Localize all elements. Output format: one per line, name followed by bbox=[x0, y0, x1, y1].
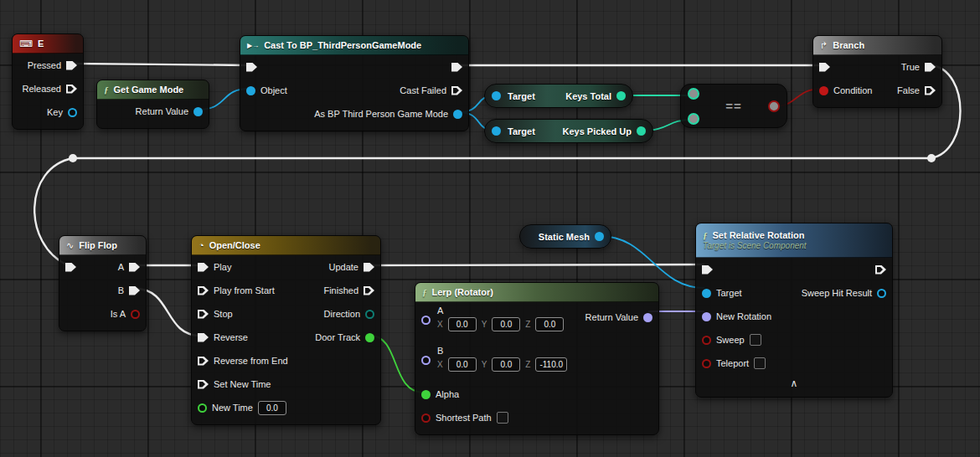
pin-label: Released bbox=[23, 84, 61, 94]
pin-label: New Rotation bbox=[716, 311, 771, 321]
equals-input-b-pin[interactable] bbox=[688, 113, 699, 125]
node-title: Lerp (Rotator) bbox=[432, 287, 493, 297]
b-z-field[interactable]: -110.0 bbox=[535, 357, 567, 372]
pin-label: Play from Start bbox=[214, 285, 275, 295]
sweep-checkbox[interactable] bbox=[750, 334, 761, 346]
node-timeline-open-close[interactable]: ◔ Open/Close Play Update Play from Start… bbox=[191, 235, 381, 425]
static-mesh-out-pin[interactable] bbox=[595, 232, 604, 241]
update-exec-pin[interactable] bbox=[364, 263, 374, 272]
a-exec-pin[interactable] bbox=[129, 263, 140, 272]
pin-label: Reverse bbox=[214, 332, 248, 342]
keys-picked-up-out-pin[interactable] bbox=[637, 126, 646, 136]
exec-in-pin[interactable] bbox=[65, 263, 76, 272]
pin-label: Reverse from End bbox=[214, 356, 288, 366]
finished-exec-pin[interactable] bbox=[364, 286, 374, 295]
reroute-node-right[interactable] bbox=[927, 154, 936, 162]
teleport-checkbox[interactable] bbox=[754, 357, 766, 369]
exec-out-pin[interactable] bbox=[451, 63, 462, 72]
blueprint-canvas[interactable]: ⌨ E Pressed Released Key ƒ Get Game Mode… bbox=[0, 0, 980, 457]
return-value-pin[interactable] bbox=[643, 313, 652, 322]
variable-label: Keys Picked Up bbox=[562, 126, 632, 136]
alpha-pin[interactable] bbox=[421, 390, 431, 399]
door-track-pin[interactable] bbox=[365, 333, 374, 342]
pin-label: Object bbox=[260, 85, 287, 95]
node-equals[interactable]: == bbox=[680, 84, 787, 128]
function-icon: ƒ bbox=[703, 230, 708, 241]
sweep-hit-result-pin[interactable] bbox=[877, 289, 886, 298]
is-a-pin[interactable] bbox=[131, 310, 140, 319]
clock-icon: ◔ bbox=[199, 240, 204, 250]
shortest-path-checkbox[interactable] bbox=[497, 412, 508, 424]
stop-exec-pin[interactable] bbox=[198, 310, 209, 319]
target-pin[interactable] bbox=[492, 91, 501, 100]
keys-total-out-pin[interactable] bbox=[616, 91, 626, 100]
exec-in-pin[interactable] bbox=[702, 265, 713, 275]
false-exec-pin[interactable] bbox=[925, 86, 936, 95]
b-pin[interactable] bbox=[421, 356, 431, 365]
key-pin[interactable] bbox=[68, 108, 77, 117]
axis-label: Y bbox=[482, 360, 487, 369]
node-title: E bbox=[38, 39, 44, 49]
node-event-e[interactable]: ⌨ E Pressed Released Key bbox=[12, 33, 84, 130]
node-get-keys-picked-up[interactable]: Target Keys Picked Up bbox=[484, 119, 653, 143]
cast-failed-pin[interactable] bbox=[451, 86, 462, 95]
cast-icon: ▶→ bbox=[247, 42, 259, 49]
equals-output-pin[interactable] bbox=[768, 100, 780, 112]
axis-label: Y bbox=[482, 320, 487, 329]
teleport-pin[interactable] bbox=[702, 359, 711, 368]
as-game-mode-pin[interactable] bbox=[453, 110, 462, 119]
node-title: Open/Close bbox=[209, 240, 260, 250]
node-flip-flop[interactable]: ∿ Flip Flop A B Is A bbox=[59, 235, 147, 331]
node-get-keys-total[interactable]: Target Keys Total bbox=[484, 84, 633, 108]
node-title: Cast To BP_ThirdPersonGameMode bbox=[264, 40, 421, 50]
pin-label: Stop bbox=[214, 309, 233, 319]
pin-label: Sweep bbox=[716, 335, 745, 345]
branch-icon: ↱ bbox=[820, 40, 828, 51]
shortest-path-pin[interactable] bbox=[421, 413, 431, 423]
target-pin[interactable] bbox=[702, 289, 711, 298]
a-y-field[interactable]: 0.0 bbox=[492, 317, 520, 331]
reverse-from-end-exec-pin[interactable] bbox=[198, 357, 209, 366]
a-z-field[interactable]: 0.0 bbox=[535, 317, 564, 331]
reverse-exec-pin[interactable] bbox=[198, 333, 209, 342]
pressed-exec-pin[interactable] bbox=[66, 61, 77, 70]
wire-exec-pressed-cast[interactable] bbox=[73, 64, 249, 65]
play-from-start-exec-pin[interactable] bbox=[198, 286, 209, 295]
a-x-field[interactable]: 0.0 bbox=[448, 317, 477, 331]
sweep-pin[interactable] bbox=[702, 336, 711, 345]
new-time-pin[interactable] bbox=[198, 403, 207, 413]
node-cast[interactable]: ▶→ Cast To BP_ThirdPersonGameMode Object… bbox=[240, 35, 469, 131]
exec-in-pin[interactable] bbox=[246, 63, 257, 72]
target-pin[interactable] bbox=[492, 126, 501, 136]
reroute-node-left[interactable] bbox=[69, 154, 77, 162]
function-icon: ƒ bbox=[104, 85, 109, 95]
new-rotation-pin[interactable] bbox=[702, 312, 711, 321]
play-exec-pin[interactable] bbox=[198, 263, 209, 272]
node-title: Flip Flop bbox=[79, 240, 117, 250]
a-pin[interactable] bbox=[421, 316, 431, 325]
collapse-chevron[interactable]: ∧ bbox=[696, 375, 892, 392]
object-pin[interactable] bbox=[246, 86, 255, 95]
b-x-field[interactable]: 0.0 bbox=[448, 357, 477, 372]
pin-label: Target bbox=[508, 91, 535, 101]
new-time-value-field[interactable]: 0.0 bbox=[258, 401, 286, 415]
condition-pin[interactable] bbox=[819, 86, 828, 95]
equals-symbol: == bbox=[725, 99, 742, 113]
node-lerp-rotator[interactable]: ƒ Lerp (Rotator) A X0.0 Y0.0 Z0.0 Return… bbox=[415, 282, 659, 435]
b-y-field[interactable]: 0.0 bbox=[492, 357, 520, 372]
exec-out-pin[interactable] bbox=[875, 265, 886, 275]
pin-label: A bbox=[118, 262, 124, 272]
true-exec-pin[interactable] bbox=[925, 63, 936, 72]
return-value-pin[interactable] bbox=[193, 107, 203, 116]
b-exec-pin[interactable] bbox=[129, 286, 140, 295]
node-branch[interactable]: ↱ Branch True Condition False bbox=[812, 35, 942, 108]
wire-staticmesh-target[interactable] bbox=[600, 236, 704, 288]
node-get-game-mode[interactable]: ƒ Get Game Mode Return Value bbox=[96, 80, 209, 129]
exec-in-pin[interactable] bbox=[819, 63, 830, 72]
equals-input-a-pin[interactable] bbox=[688, 88, 699, 100]
released-exec-pin[interactable] bbox=[66, 85, 77, 94]
node-get-static-mesh[interactable]: Static Mesh bbox=[519, 224, 611, 249]
node-set-relative-rotation[interactable]: ƒ Set Relative Rotation Target is Scene … bbox=[695, 223, 893, 398]
set-new-time-exec-pin[interactable] bbox=[198, 380, 209, 389]
direction-pin[interactable] bbox=[365, 310, 374, 319]
